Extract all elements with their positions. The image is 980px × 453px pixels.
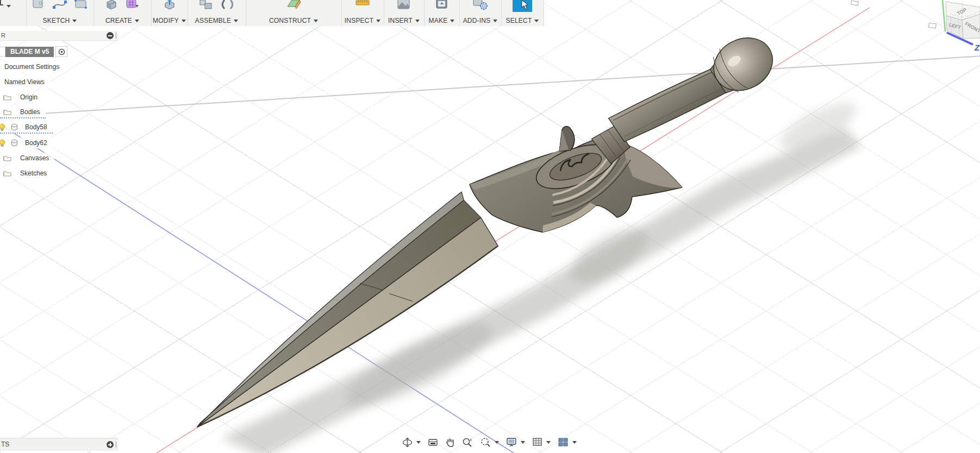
browser-item-named-views[interactable]: Named Views bbox=[0, 77, 118, 87]
browser-item-body58[interactable]: Body58 bbox=[0, 122, 118, 133]
navigation-bar: ± bbox=[401, 434, 578, 450]
body-icon[interactable] bbox=[9, 139, 20, 147]
zoom-icon: ± bbox=[462, 437, 473, 447]
look-at-button[interactable] bbox=[426, 437, 440, 448]
chevron-down-icon bbox=[546, 441, 551, 444]
toolbar-group-insert: INSERT bbox=[384, 0, 425, 26]
chevron-down-icon bbox=[450, 20, 454, 22]
visibility-bulb-icon[interactable] bbox=[0, 123, 5, 131]
chevron-down-icon bbox=[135, 20, 139, 22]
z-axis-label: Z bbox=[974, 43, 980, 52]
add-comment-button[interactable] bbox=[107, 441, 114, 448]
body-icon[interactable] bbox=[9, 123, 20, 131]
viewports-icon bbox=[558, 437, 569, 447]
insert-image-icon[interactable] bbox=[396, 0, 411, 12]
chevron-down-icon bbox=[534, 20, 539, 22]
y-axis-line bbox=[942, 0, 945, 32]
toolbar-menu-construct[interactable]: CONSTRUCT bbox=[246, 17, 341, 24]
toolbar-menu-assemble[interactable]: ASSEMBLE bbox=[188, 17, 246, 24]
toolbar-menu-select[interactable]: SELECT bbox=[501, 17, 544, 24]
toolbar-menu-modify[interactable]: MODIFY bbox=[151, 17, 188, 24]
browser-item-bodies[interactable]: Bodies bbox=[0, 107, 118, 118]
collapse-browser-button[interactable] bbox=[107, 32, 114, 39]
toolbar-menu-insert[interactable]: INSERT bbox=[384, 17, 424, 24]
svg-text:±: ± bbox=[470, 437, 472, 442]
browser-header-label: R bbox=[1, 32, 5, 39]
pan-button[interactable] bbox=[444, 436, 457, 448]
viewcube[interactable]: TOP LEFT FRONT bbox=[946, 2, 980, 39]
toolbar-menu-make[interactable]: MAKE bbox=[424, 17, 459, 24]
toolbar-group-select: SELECT bbox=[501, 0, 544, 26]
browser-root-row[interactable]: BLADE M v5 bbox=[0, 46, 118, 57]
toolbar-group-make: MAKE bbox=[424, 0, 460, 26]
chevron-down-icon bbox=[376, 20, 380, 22]
measure-icon[interactable] bbox=[354, 0, 371, 12]
toolbar-file-fragment[interactable] bbox=[0, 0, 27, 26]
look-at-icon bbox=[428, 438, 438, 447]
chevron-down-icon bbox=[495, 441, 499, 444]
toolbar-group-addins: ADD-INS bbox=[459, 0, 502, 26]
unit-radio-button[interactable] bbox=[55, 46, 67, 57]
chevron-down-icon bbox=[7, 5, 11, 8]
chevron-down-icon bbox=[182, 20, 186, 22]
comments-resize-handle[interactable] bbox=[116, 442, 116, 448]
browser-item-canvases[interactable]: Canvases bbox=[0, 153, 118, 163]
viewports-button[interactable] bbox=[556, 436, 578, 448]
chevron-down-icon bbox=[234, 20, 238, 22]
fit-button[interactable] bbox=[478, 436, 501, 448]
fusion-window: { "app": {"name": "Autodesk Fusion 360",… bbox=[0, 0, 980, 453]
comments-bar[interactable]: TS bbox=[0, 438, 118, 451]
zoom-button[interactable]: ± bbox=[460, 436, 475, 448]
toolbar-group-sketch: SKETCH bbox=[26, 0, 94, 26]
toolbar-group-modify: MODIFY bbox=[151, 0, 188, 26]
browser-header: R bbox=[0, 31, 118, 41]
grid-marker bbox=[851, 1, 937, 28]
model-shadow bbox=[222, 94, 862, 453]
browser-item-origin[interactable]: Origin bbox=[0, 92, 118, 103]
sword-model[interactable] bbox=[170, 2, 809, 453]
3d-print-icon[interactable] bbox=[435, 0, 449, 12]
comments-bar-label: TS bbox=[1, 441, 9, 448]
browser-item-body62[interactable]: Body62 bbox=[0, 137, 118, 148]
orbit-icon bbox=[402, 437, 413, 448]
new-component-icon[interactable] bbox=[198, 0, 214, 12]
document-title[interactable]: BLADE M v5 bbox=[5, 47, 54, 57]
toolbar-menu-inspect[interactable]: INSPECT bbox=[341, 17, 384, 24]
chevron-down-icon bbox=[493, 20, 497, 22]
addins-gear-icon[interactable] bbox=[472, 0, 489, 12]
chevron-down-icon bbox=[521, 441, 525, 444]
fit-icon bbox=[480, 437, 491, 447]
spline-icon[interactable] bbox=[52, 0, 67, 12]
chevron-down-icon bbox=[314, 20, 318, 22]
select-tool-icon[interactable] bbox=[511, 0, 533, 12]
press-pull-icon[interactable] bbox=[163, 0, 177, 12]
handle[interactable] bbox=[609, 55, 727, 155]
folder-icon[interactable] bbox=[2, 170, 12, 177]
viewport-canvas[interactable]: Z TOP LEFT FRONT bbox=[0, 0, 980, 453]
grid-settings-button[interactable] bbox=[530, 436, 552, 448]
toolbar: SKETCH CREATE bbox=[0, 0, 544, 26]
browser-item-sketches[interactable]: Sketches bbox=[0, 168, 118, 179]
folder-icon[interactable] bbox=[2, 109, 12, 115]
create-sketch-icon[interactable] bbox=[32, 0, 46, 12]
browser-resize-handle[interactable] bbox=[116, 33, 116, 39]
folder-icon[interactable] bbox=[2, 155, 12, 161]
toolbar-menu-addins[interactable]: ADD-INS bbox=[459, 17, 501, 24]
toolbar-group-create: CREATE bbox=[93, 0, 152, 26]
orbit-button[interactable] bbox=[401, 436, 422, 449]
toolbar-group-inspect: INSPECT bbox=[341, 0, 384, 26]
visibility-bulb-icon[interactable] bbox=[0, 139, 5, 147]
create-form-icon[interactable] bbox=[125, 0, 140, 12]
toolbar-menu-sketch[interactable]: SKETCH bbox=[26, 17, 93, 24]
browser-item-document-settings[interactable]: Document Settings bbox=[0, 61, 118, 72]
folder-icon[interactable] bbox=[2, 94, 12, 100]
construct-plane-icon[interactable] bbox=[285, 0, 302, 12]
new-body-icon[interactable] bbox=[104, 0, 118, 12]
joint-icon[interactable] bbox=[220, 0, 235, 12]
grid-icon bbox=[532, 437, 542, 447]
display-settings-button[interactable] bbox=[504, 436, 527, 448]
rectangle-tool-icon[interactable] bbox=[74, 0, 88, 12]
doc-icon-fragment bbox=[0, 47, 5, 56]
toolbar-menu-create[interactable]: CREATE bbox=[93, 17, 151, 24]
chevron-down-icon bbox=[72, 20, 77, 22]
